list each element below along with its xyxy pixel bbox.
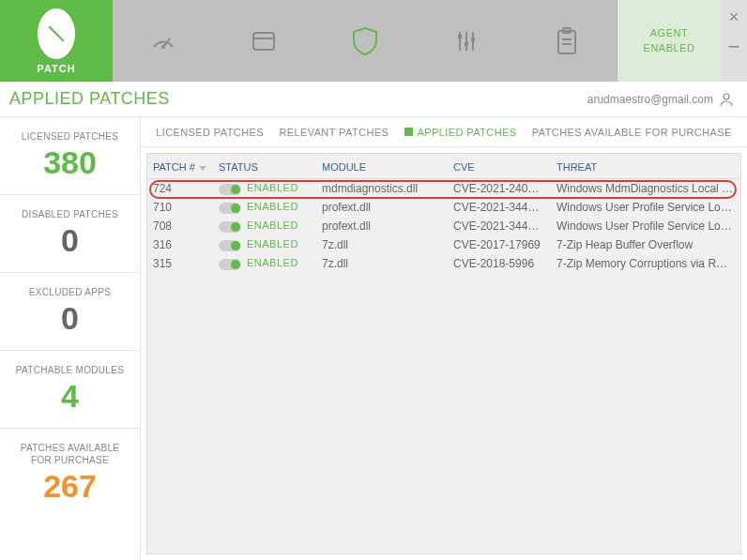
cell-module: 7z.dll: [316, 235, 448, 254]
patch-logo-icon: [38, 8, 75, 59]
col-cve[interactable]: CVE: [448, 154, 551, 179]
user-email: arudmaestro@gmail.com: [587, 93, 713, 106]
col-module[interactable]: MODULE: [316, 154, 448, 179]
cell-module: profext.dll: [316, 198, 448, 217]
table-row[interactable]: 710ENABLEDprofext.dllCVE-2021-34484...Wi…: [147, 198, 740, 217]
cell-module: 7z.dll: [316, 254, 448, 273]
cell-threat: Windows User Profile Service Local ...: [551, 217, 740, 235]
table-row[interactable]: 724ENABLEDmdmdiagnostics.dllCVE-2021-240…: [147, 179, 740, 199]
tab-licensed-patches[interactable]: LICENSED PATCHES: [156, 127, 264, 138]
toggle-icon[interactable]: [219, 259, 241, 270]
agent-status[interactable]: AGENTENABLED: [617, 0, 721, 82]
col-threat[interactable]: THREAT: [551, 154, 740, 179]
window-icon[interactable]: [214, 27, 315, 55]
tab-patches-for-purchase[interactable]: PATCHES AVAILABLE FOR PURCHASE: [532, 127, 732, 138]
cell-threat: Windows User Profile Service Local ...: [551, 198, 740, 217]
svg-rect-10: [558, 31, 575, 53]
svg-rect-7: [458, 35, 462, 38]
table-row[interactable]: 708ENABLEDprofext.dllCVE-2021-34484...Wi…: [147, 217, 740, 235]
stat-value: 267: [6, 468, 134, 505]
cell-status: ENABLED: [213, 217, 316, 235]
svg-rect-8: [465, 42, 468, 46]
cell-cve: CVE-2021-34484...: [448, 217, 551, 235]
svg-rect-2: [253, 33, 274, 50]
patch-table: PATCH # STATUS MODULE CVE THREAT 724ENAB…: [147, 154, 740, 273]
agent-line1: AGENT: [650, 27, 688, 38]
square-icon: [404, 128, 413, 136]
user-account[interactable]: arudmaestro@gmail.com: [587, 92, 734, 107]
toggle-icon[interactable]: [219, 184, 241, 195]
window-controls: × −: [721, 0, 747, 82]
cell-cve: CVE-2017-17969: [448, 235, 551, 254]
agent-line2: ENABLED: [644, 42, 695, 53]
cell-threat: 7-Zip Heap Buffer Overflow: [551, 235, 740, 254]
toggle-icon[interactable]: [219, 240, 241, 251]
stat-patches-available[interactable]: PATCHES AVAILABLE FOR PURCHASE 267: [0, 429, 140, 518]
sliders-icon[interactable]: [416, 27, 517, 55]
patch-logo-label: PATCH: [37, 63, 75, 74]
cell-patch: 710: [147, 198, 213, 217]
stat-value: 380: [6, 144, 134, 181]
stat-value: 4: [6, 378, 134, 415]
table-header-row: PATCH # STATUS MODULE CVE THREAT: [147, 154, 740, 179]
stat-label: LICENSED PATCHES: [6, 130, 134, 143]
stat-value: 0: [6, 300, 134, 337]
stat-licensed-patches[interactable]: LICENSED PATCHES 380: [0, 117, 140, 195]
cell-threat: 7-Zip Memory Corruptions via RAR ...: [551, 254, 740, 273]
cell-cve: CVE-2021-24084...: [448, 179, 551, 199]
clipboard-icon[interactable]: [516, 26, 617, 56]
body: LICENSED PATCHES 380 DISABLED PATCHES 0 …: [0, 117, 747, 560]
tabs: LICENSED PATCHES RELEVANT PATCHES APPLIE…: [141, 117, 747, 147]
cell-cve: CVE-2018-5996: [448, 254, 551, 273]
patch-logo-tile[interactable]: PATCH: [0, 0, 113, 82]
patch-table-container: PATCH # STATUS MODULE CVE THREAT 724ENAB…: [146, 153, 741, 554]
stat-excluded-apps[interactable]: EXCLUDED APPS 0: [0, 273, 140, 351]
cell-patch: 724: [147, 179, 213, 199]
tab-relevant-patches[interactable]: RELEVANT PATCHES: [279, 127, 389, 138]
cell-patch: 315: [147, 254, 213, 273]
dashboard-icon[interactable]: [113, 26, 214, 56]
app-header: PATCH AGENTENABLED × −: [0, 0, 747, 82]
cell-status: ENABLED: [213, 254, 316, 273]
cell-module: mdmdiagnostics.dll: [316, 179, 448, 199]
tab-applied-patches[interactable]: APPLIED PATCHES: [404, 127, 517, 138]
stat-label: EXCLUDED APPS: [6, 286, 134, 298]
user-icon: [719, 92, 734, 107]
stat-value: 0: [6, 222, 134, 259]
cell-patch: 316: [147, 235, 213, 254]
cell-status: ENABLED: [213, 235, 316, 254]
shield-icon[interactable]: [314, 25, 416, 57]
toggle-icon[interactable]: [219, 203, 241, 214]
page-title: APPLIED PATCHES: [9, 89, 170, 109]
cell-status: ENABLED: [213, 198, 316, 217]
minimize-icon[interactable]: −: [728, 27, 740, 59]
col-status[interactable]: STATUS: [213, 154, 316, 179]
stat-label: PATCHES AVAILABLE FOR PURCHASE: [6, 442, 134, 466]
cell-status: ENABLED: [213, 179, 316, 199]
stat-label: DISABLED PATCHES: [6, 208, 134, 220]
sidebar: LICENSED PATCHES 380 DISABLED PATCHES 0 …: [0, 117, 141, 560]
main: LICENSED PATCHES RELEVANT PATCHES APPLIE…: [141, 117, 747, 560]
table-row[interactable]: 315ENABLED7z.dllCVE-2018-59967-Zip Memor…: [147, 254, 740, 273]
cell-threat: Windows MdmDiagnostics Local Pri...: [551, 179, 740, 199]
cell-cve: CVE-2021-34484...: [448, 198, 551, 217]
col-patch[interactable]: PATCH #: [147, 154, 213, 179]
cell-module: profext.dll: [316, 217, 448, 235]
cell-patch: 708: [147, 217, 213, 235]
close-icon[interactable]: ×: [729, 0, 739, 27]
stat-disabled-patches[interactable]: DISABLED PATCHES 0: [0, 195, 140, 273]
table-row[interactable]: 316ENABLED7z.dllCVE-2017-179697-Zip Heap…: [147, 235, 740, 254]
svg-rect-9: [471, 38, 475, 41]
stat-label: PATCHABLE MODULES: [6, 364, 134, 376]
toolbar: [113, 0, 617, 82]
toggle-icon[interactable]: [219, 221, 241, 233]
svg-point-14: [724, 94, 729, 99]
stat-patchable-modules[interactable]: PATCHABLE MODULES 4: [0, 351, 140, 429]
subheader: APPLIED PATCHES arudmaestro@gmail.com: [0, 82, 747, 117]
